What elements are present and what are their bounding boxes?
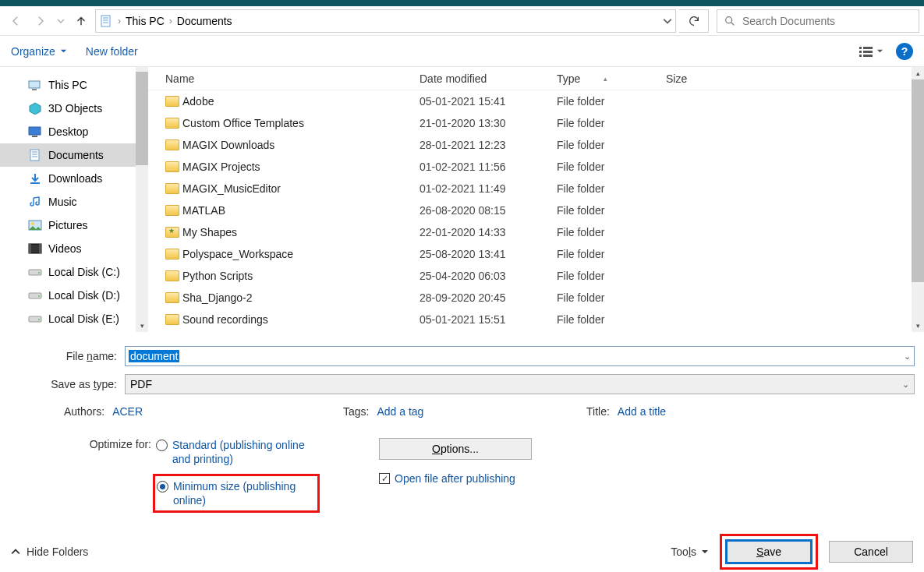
new-folder-button[interactable]: New folder — [86, 45, 138, 58]
file-row[interactable]: My Shapes22-01-2020 14:33File folder — [148, 221, 924, 243]
organize-button[interactable]: Organize — [11, 45, 67, 58]
file-scrollbar-thumb[interactable] — [912, 79, 924, 282]
hide-folders-button[interactable]: Hide Folders — [11, 546, 88, 558]
svg-rect-25 — [29, 244, 31, 253]
saveas-combo[interactable]: PDF ⌄ — [125, 374, 915, 394]
tree-item-label: Local Disk (C:) — [48, 266, 120, 278]
file-row[interactable]: MAGIX_MusicEditor01-02-2021 11:49File fo… — [148, 178, 924, 199]
file-name: MATLAB — [182, 204, 420, 217]
nav-back[interactable] — [5, 10, 27, 32]
tree-item[interactable]: Local Disk (C:) — [0, 260, 148, 284]
file-row[interactable]: MATLAB26-08-2020 08:15File folder — [148, 199, 924, 221]
address-dropdown-icon[interactable] — [663, 16, 672, 26]
file-row[interactable]: Adobe05-01-2021 15:41File folder — [148, 90, 924, 112]
tree-scrollbar-thumb[interactable] — [136, 72, 148, 165]
tools-button[interactable]: Tools — [671, 546, 709, 558]
tree-item[interactable]: Downloads — [0, 167, 148, 190]
doc-icon — [28, 148, 42, 162]
file-modified: 05-01-2021 15:51 — [420, 313, 557, 326]
tree-item[interactable]: Music — [0, 190, 148, 214]
file-row[interactable]: Custom Office Templates21-01-2020 13:30F… — [148, 112, 924, 134]
open-after-checkbox[interactable]: ✓ Open file after publishing — [379, 472, 515, 485]
nav-forward[interactable] — [30, 10, 51, 32]
disk-icon — [28, 312, 42, 326]
music-icon — [28, 195, 42, 209]
file-row[interactable]: Python Scripts25-04-2020 06:03File folde… — [148, 265, 924, 287]
file-row[interactable]: Polyspace_Workspace25-08-2020 13:41File … — [148, 243, 924, 265]
tree-item-label: 3D Objects — [48, 102, 102, 115]
column-size[interactable]: Size — [666, 72, 744, 85]
dl-icon — [28, 171, 42, 185]
column-name[interactable]: Name — [165, 72, 420, 85]
file-modified: 01-02-2021 11:49 — [420, 182, 557, 195]
open-after-label: Open file after publishing — [395, 472, 515, 485]
file-name: MAGIX_MusicEditor — [182, 182, 420, 195]
radio-standard[interactable]: Standard (publishing online and printing… — [156, 438, 320, 466]
address-bar[interactable]: › This PC › Documents — [95, 9, 676, 33]
new-folder-label: New folder — [86, 45, 138, 58]
file-row[interactable]: Sha_Django-228-09-2020 20:45File folder — [148, 287, 924, 309]
tree-item-label: Music — [48, 196, 77, 208]
file-scroll-up[interactable]: ▴ — [912, 67, 924, 79]
column-modified[interactable]: Date modified — [420, 72, 557, 85]
file-row[interactable]: MAGIX Downloads28-01-2021 12:23File fold… — [148, 134, 924, 156]
file-modified: 01-02-2021 11:56 — [420, 161, 557, 173]
title-value[interactable]: Add a title — [618, 405, 666, 418]
refresh-button[interactable] — [679, 9, 709, 33]
file-name: My Shapes — [182, 226, 420, 238]
tree-item[interactable]: Videos — [0, 237, 148, 260]
tree-item-label: Videos — [48, 242, 82, 255]
file-scroll-down[interactable]: ▾ — [912, 320, 924, 332]
folder-icon — [165, 118, 182, 129]
file-name: Sound recordings — [182, 313, 420, 326]
search-box[interactable] — [717, 9, 919, 33]
radio-off-icon — [156, 440, 168, 451]
view-options-button[interactable] — [859, 46, 883, 57]
tree-item[interactable]: Pictures — [0, 214, 148, 237]
svg-rect-17 — [30, 150, 39, 161]
authors-value[interactable]: ACER — [112, 405, 143, 418]
file-row[interactable]: MAGIX Projects01-02-2021 11:56File folde… — [148, 156, 924, 178]
tree-scroll-down[interactable]: ▾ — [136, 320, 148, 332]
help-button[interactable]: ? — [896, 43, 913, 60]
file-modified: 26-08-2020 08:15 — [420, 204, 557, 217]
saveas-value: PDF — [130, 378, 152, 390]
tree-item[interactable]: Desktop — [0, 120, 148, 143]
save-button[interactable]: Save — [727, 541, 811, 563]
radio-minimum-size[interactable]: Minimum size (publishing online) — [153, 474, 320, 513]
file-row[interactable]: Sound recordings05-01-2021 15:51File fol… — [148, 309, 924, 330]
breadcrumb-this-pc[interactable]: This PC — [126, 15, 165, 27]
chevron-down-icon: ⌄ — [902, 380, 909, 390]
document-icon — [99, 14, 113, 28]
search-input[interactable] — [742, 15, 912, 27]
folder-icon — [165, 227, 182, 238]
nav-recent-dropdown[interactable] — [55, 10, 67, 32]
file-modified: 28-09-2020 20:45 — [420, 291, 557, 304]
file-name: MAGIX Downloads — [182, 139, 420, 151]
filename-dropdown-icon[interactable]: ⌄ — [904, 351, 911, 362]
file-name: MAGIX Projects — [182, 161, 420, 173]
file-type: File folder — [557, 270, 674, 282]
tree-item[interactable]: Local Disk (E:) — [0, 307, 148, 330]
organize-label: Organize — [11, 45, 55, 58]
tree-item[interactable]: Documents — [0, 143, 148, 167]
file-modified: 05-01-2021 15:41 — [420, 95, 557, 108]
file-modified: 28-01-2021 12:23 — [420, 139, 557, 151]
svg-marker-14 — [30, 103, 41, 115]
column-type[interactable]: Type▴ — [557, 72, 666, 85]
authors-label: Authors: — [64, 405, 104, 418]
tags-value[interactable]: Add a tag — [377, 405, 423, 418]
tree-item[interactable]: Local Disk (D:) — [0, 284, 148, 307]
title-label: Title: — [586, 405, 610, 418]
cancel-button[interactable]: Cancel — [829, 541, 913, 563]
tree-item[interactable]: This PC — [0, 73, 148, 97]
options-button[interactable]: Options... — [379, 438, 532, 460]
svg-rect-7 — [863, 47, 873, 49]
filename-input[interactable]: document ⌄ — [125, 346, 915, 366]
tree-item-label: Local Disk (D:) — [48, 289, 120, 302]
svg-rect-0 — [101, 16, 110, 26]
tree-item[interactable]: 3D Objects — [0, 97, 148, 120]
nav-up[interactable] — [70, 10, 92, 32]
breadcrumb-documents[interactable]: Documents — [177, 15, 232, 27]
disk-icon — [28, 265, 42, 279]
